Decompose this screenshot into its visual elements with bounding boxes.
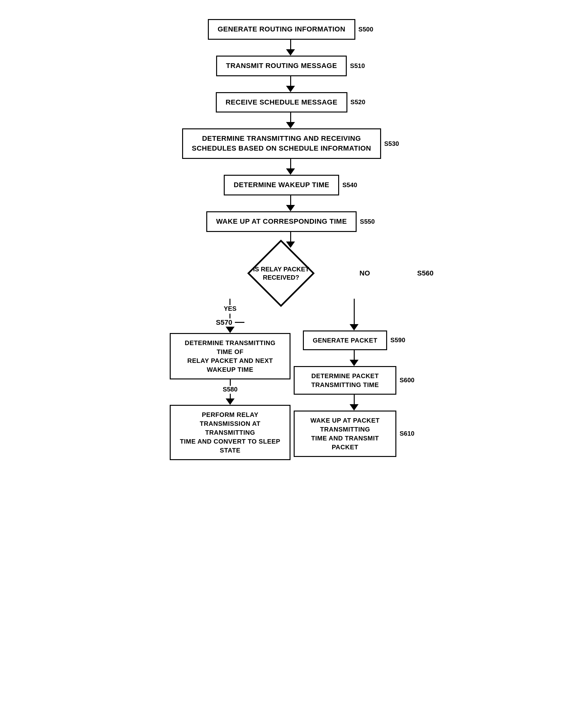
tag-s560: S560 xyxy=(417,269,433,278)
arrow-s590-s600 xyxy=(350,350,358,366)
box-s540: DETERMINE WAKEUP TIME xyxy=(224,175,339,196)
tag-s520: S520 xyxy=(351,99,365,106)
step-s550: WAKE UP AT CORRESPONDING TIME S550 xyxy=(148,211,433,232)
tag-s550: S550 xyxy=(360,218,375,225)
arrow-s530-s540 xyxy=(286,159,295,175)
box-s590: GENERATE PACKET xyxy=(303,331,387,350)
flowchart: GENERATE ROUTING INFORMATION S500 TRANSM… xyxy=(148,19,433,460)
branch-area: YES S570 DETERMINE TRANSMITTING TIME OF … xyxy=(148,299,433,460)
tag-s590: S590 xyxy=(390,337,405,344)
step-s570: DETERMINE TRANSMITTING TIME OF RELAY PAC… xyxy=(167,333,294,380)
step-s600: DETERMINE PACKET TRANSMITTING TIME S600 xyxy=(294,366,414,395)
no-label: NO xyxy=(359,269,370,278)
tag-s600: S600 xyxy=(400,376,414,384)
box-s550: WAKE UP AT CORRESPONDING TIME xyxy=(206,211,357,232)
tag-s610: S610 xyxy=(400,430,414,437)
step-s590: GENERATE PACKET S590 xyxy=(294,331,414,350)
step-s520: RECEIVE SCHEDULE MESSAGE S520 xyxy=(148,92,433,113)
branch-no: GENERATE PACKET S590 DETERMINE PACKET TR… xyxy=(294,299,414,457)
tag-s510: S510 xyxy=(350,62,365,70)
tag-s530: S530 xyxy=(384,140,399,148)
tag-s500: S500 xyxy=(358,26,374,33)
step-s530: DETERMINE TRANSMITTING AND RECEIVING SCH… xyxy=(148,128,433,159)
box-s520: RECEIVE SCHEDULE MESSAGE xyxy=(216,92,347,113)
arrow-s600-s610 xyxy=(350,395,358,411)
step-s580: PERFORM RELAY TRANSMISSION AT TRANSMITTI… xyxy=(167,405,294,460)
box-s530: DETERMINE TRANSMITTING AND RECEIVING SCH… xyxy=(182,128,381,159)
step-s560: IS RELAY PACKET RECEIVED? S560 NO xyxy=(148,248,433,299)
step-s540: DETERMINE WAKEUP TIME S540 xyxy=(148,175,433,196)
box-s570: DETERMINE TRANSMITTING TIME OF RELAY PAC… xyxy=(170,333,290,380)
box-s500: GENERATE ROUTING INFORMATION xyxy=(208,19,355,40)
arrow-s570-s580: S580 xyxy=(223,380,238,405)
arrow-s520-s530 xyxy=(286,112,295,128)
branch-yes: YES S570 DETERMINE TRANSMITTING TIME OF … xyxy=(167,299,294,460)
box-s600: DETERMINE PACKET TRANSMITTING TIME xyxy=(294,366,396,395)
tag-s540: S540 xyxy=(342,181,357,189)
yes-label: YES xyxy=(224,305,236,312)
box-s510: TRANSMIT ROUTING MESSAGE xyxy=(216,56,347,76)
arrow-s500-s510 xyxy=(286,40,295,56)
step-s510: TRANSMIT ROUTING MESSAGE S510 xyxy=(148,56,433,76)
tag-s580-label: S580 xyxy=(223,386,238,393)
arrow-s510-s520 xyxy=(286,76,295,92)
box-s610: WAKE UP AT PACKET TRANSMITTING TIME AND … xyxy=(294,411,396,457)
step-s610: WAKE UP AT PACKET TRANSMITTING TIME AND … xyxy=(294,411,414,457)
tag-s570: S570 xyxy=(216,318,232,327)
arrow-s540-s550 xyxy=(286,196,295,211)
diamond-label-s560: IS RELAY PACKET RECEIVED? xyxy=(249,265,313,282)
diamond-s560: IS RELAY PACKET RECEIVED? xyxy=(230,248,332,299)
arrow-s550-s560 xyxy=(286,232,295,248)
step-s500: GENERATE ROUTING INFORMATION S500 xyxy=(148,19,433,40)
box-s580: PERFORM RELAY TRANSMISSION AT TRANSMITTI… xyxy=(170,405,290,460)
